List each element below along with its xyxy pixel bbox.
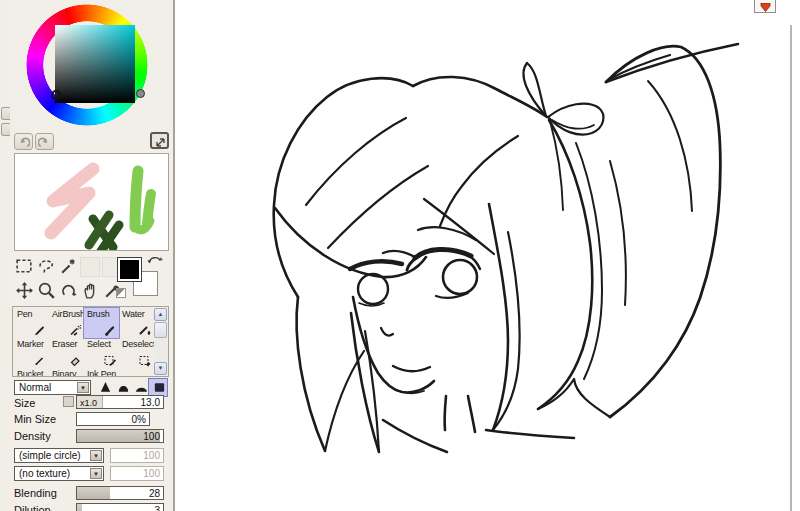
transparency-chip[interactable] — [116, 288, 126, 298]
scroll-down-button[interactable]: ▼ — [154, 362, 167, 375]
tool-brush-selected[interactable]: Brush — [84, 308, 119, 338]
dilution-label: Dilution — [14, 504, 51, 511]
rotate-view-tool[interactable] — [58, 280, 79, 301]
app-window: Pen AirBrush Brush — [0, 0, 800, 511]
hand-icon — [80, 280, 101, 301]
tool-palette: Pen AirBrush Brush — [12, 306, 169, 377]
density-label: Density — [14, 430, 51, 442]
tool-binary[interactable]: Binary — [49, 368, 84, 377]
scrollbar-thumb[interactable] — [154, 322, 167, 338]
tool-marker[interactable]: Marker — [14, 338, 49, 368]
tool-label: Bucket — [17, 369, 43, 377]
scratchpad-strokes — [15, 154, 168, 250]
dropdown-arrow[interactable]: ▼ — [90, 450, 102, 461]
scroll-up-button[interactable]: ▲ — [154, 308, 167, 321]
tool-label: Eraser — [52, 339, 77, 349]
brush-shape-square[interactable] — [149, 379, 167, 396]
blend-mode-dropdown[interactable]: Normal ▼ — [14, 380, 91, 395]
size-label: Size — [14, 397, 35, 409]
move-icon — [14, 280, 35, 301]
pen-icon — [33, 323, 47, 337]
tool-water[interactable]: Water — [119, 308, 154, 338]
min-size-slider[interactable]: 0% — [76, 412, 150, 426]
tool-pen[interactable]: Pen — [14, 308, 49, 338]
tool-label: AirBrush — [52, 309, 85, 319]
lasso-icon — [36, 256, 57, 277]
hue-selector-dot[interactable] — [136, 89, 145, 98]
dropdown-arrow[interactable]: ▼ — [90, 468, 102, 479]
undo-icon — [17, 136, 30, 149]
drawing-canvas[interactable] — [177, 0, 790, 511]
size-link-button[interactable] — [63, 396, 74, 407]
panel-collapse-button[interactable] — [754, 0, 776, 13]
blending-label: Blending — [14, 487, 57, 499]
square-tip-icon — [153, 381, 166, 393]
density-slider[interactable]: 100 — [76, 429, 164, 443]
dropdown-arrow[interactable]: ▼ — [77, 382, 89, 393]
dilution-slider[interactable]: 3 — [76, 503, 164, 511]
brush-edge-value: (simple circle) — [19, 450, 81, 461]
scratchpad-undo-button[interactable] — [14, 133, 33, 150]
select-pen-icon — [103, 353, 117, 367]
rect-select-tool[interactable] — [14, 256, 35, 277]
blending-slider[interactable]: 28 — [76, 486, 164, 500]
brush-shape-flat[interactable] — [131, 379, 149, 396]
rotate-icon — [58, 280, 79, 301]
tool-sidebar: Pen AirBrush Brush — [10, 0, 175, 511]
marker-icon — [33, 353, 47, 367]
artwork-face — [350, 227, 480, 393]
red-down-arrow-icon — [759, 3, 772, 12]
rect-select-icon — [14, 256, 35, 277]
palette-scrollbar: ▲ ▼ — [154, 308, 167, 375]
tool-deselect[interactable]: Deselect — [119, 338, 154, 368]
lasso-tool[interactable] — [36, 256, 57, 277]
artwork-hair-bangs — [274, 78, 520, 452]
magnifier-icon — [36, 280, 57, 301]
dilution-value: 3 — [154, 505, 160, 511]
move-tool[interactable] — [14, 280, 35, 301]
tool-airbrush[interactable]: AirBrush — [49, 308, 84, 338]
zoom-tool[interactable] — [36, 280, 57, 301]
tool-eraser[interactable]: Eraser — [49, 338, 84, 368]
texture-amount-value: 100 — [143, 468, 160, 479]
empty-tool-slot — [80, 257, 100, 277]
tool-bucket[interactable]: Bucket — [14, 368, 49, 377]
swap-colors-button[interactable] — [146, 253, 163, 271]
texture-dropdown[interactable]: (no texture) ▼ — [14, 466, 104, 481]
tool-label: Brush — [87, 309, 110, 319]
texture-amount: 100 — [110, 466, 164, 481]
brush-shape-sharp[interactable] — [95, 379, 113, 396]
primary-color-swatch[interactable] — [117, 257, 142, 282]
hand-tool[interactable] — [80, 280, 101, 301]
sv-selector-dot[interactable] — [51, 90, 61, 100]
tool-inkpen[interactable]: Ink Pen — [84, 368, 119, 377]
brush-shape-round[interactable] — [113, 379, 131, 396]
tool-label: Select — [87, 339, 111, 349]
size-multiplier: x1.0 — [77, 396, 103, 408]
expand-icon — [153, 135, 166, 148]
brush-shape-row — [95, 379, 169, 396]
scratchpad-redo-button[interactable] — [35, 133, 54, 150]
color-scratchpad[interactable] — [14, 153, 169, 251]
magic-wand-tool[interactable] — [58, 256, 79, 277]
tool-label: Binary — [52, 369, 76, 377]
tool-select[interactable]: Select — [84, 338, 119, 368]
slider-fill — [77, 504, 82, 511]
blend-mode-value: Normal — [19, 382, 51, 393]
sharp-tip-icon — [99, 381, 112, 393]
brush-edge-amount: 100 — [110, 448, 164, 463]
density-value: 100 — [143, 431, 160, 442]
brush-edge-amount-value: 100 — [143, 450, 160, 461]
tool-label: Deselect — [122, 339, 155, 349]
min-size-label: Min Size — [14, 413, 56, 425]
texture-value: (no texture) — [19, 468, 70, 479]
size-slider[interactable]: x1.0 13.0 — [76, 395, 164, 409]
magic-wand-icon — [58, 256, 79, 277]
min-size-value: 0% — [132, 414, 146, 425]
deselect-eraser-icon — [138, 353, 152, 367]
saturation-value-square[interactable] — [55, 25, 135, 103]
brush-edge-dropdown[interactable]: (simple circle) ▼ — [14, 448, 104, 463]
scratchpad-expand-button[interactable] — [150, 132, 169, 149]
round-tip-icon — [117, 381, 130, 393]
artwork-ponytail — [538, 44, 738, 417]
